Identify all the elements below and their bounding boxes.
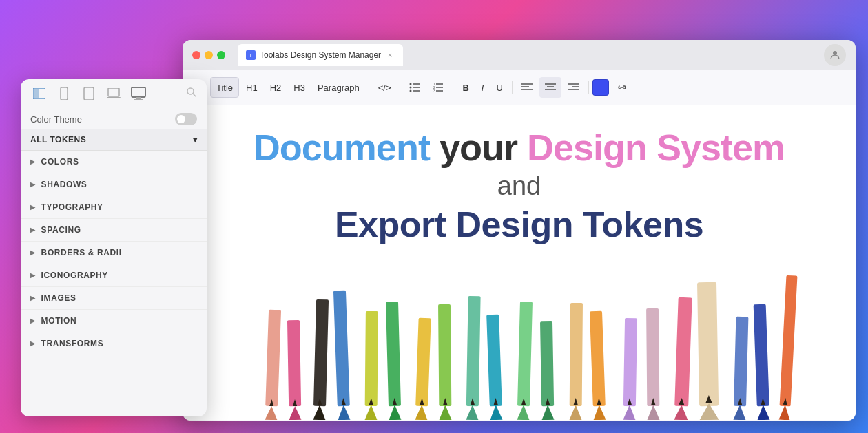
color-theme-toggle[interactable] [175, 113, 197, 125]
toolbar-link-btn[interactable] [610, 77, 634, 98]
laptop-icon-btn[interactable] [105, 86, 123, 101]
toolbar-underline-btn[interactable]: U [490, 77, 508, 98]
sidebar-item-spacing[interactable]: ▶ SPACING [21, 219, 207, 242]
svg-rect-59 [466, 296, 481, 406]
word-design: Design [527, 127, 647, 168]
traffic-light-yellow[interactable] [205, 51, 213, 59]
svg-marker-69 [541, 405, 554, 420]
sidebar-item-images[interactable]: ▶ IMAGES [21, 287, 207, 310]
toolbar-h3-btn[interactable]: H3 [288, 77, 311, 98]
sidebar-item-label-iconography: ICONOGRAPHY [41, 271, 108, 280]
toolbar-bold-btn[interactable]: B [457, 77, 474, 98]
pencils-svg [183, 268, 856, 420]
traffic-light-green[interactable] [217, 51, 225, 59]
triangle-icon-borders: ▶ [30, 249, 36, 256]
search-icon [186, 87, 197, 101]
svg-rect-4 [108, 88, 119, 96]
svg-rect-41 [313, 299, 329, 406]
svg-rect-50 [386, 302, 401, 406]
svg-marker-57 [439, 405, 451, 420]
sidebar-toolbar [21, 79, 207, 107]
editor-area: Document your Design System and Export D… [183, 105, 856, 420]
svg-point-18 [410, 87, 412, 89]
svg-marker-84 [674, 405, 689, 420]
sidebar-item-label-images: IMAGES [41, 293, 76, 303]
toolbar-title-btn[interactable]: Title [210, 77, 239, 98]
svg-rect-65 [517, 302, 533, 406]
svg-marker-96 [779, 405, 791, 420]
svg-marker-45 [338, 405, 351, 420]
svg-marker-48 [365, 405, 378, 420]
pencils-illustration [183, 268, 856, 420]
word-your: your [440, 127, 517, 168]
toolbar-align-left-btn[interactable] [516, 77, 538, 98]
svg-marker-75 [593, 405, 606, 420]
traffic-light-red[interactable] [192, 51, 200, 59]
svg-marker-66 [517, 405, 530, 420]
sidebar-item-shadows[interactable]: ▶ SHADOWS [21, 173, 207, 196]
svg-point-13 [833, 51, 837, 55]
toolbar-bullet-btn[interactable] [404, 77, 426, 98]
svg-rect-71 [570, 303, 583, 406]
browser-tab-active[interactable]: T Toolabs Design System Manager × [238, 44, 403, 66]
toolbar-align-center-btn[interactable] [539, 77, 561, 98]
desktop-icon-btn[interactable] [130, 86, 147, 101]
browser-titlebar: T Toolabs Design System Manager × [183, 40, 856, 70]
svg-rect-8 [134, 99, 143, 100]
svg-line-10 [193, 94, 196, 96]
svg-rect-6 [132, 87, 145, 97]
sidebar-item-typography[interactable]: ▶ TYPOGRAPHY [21, 196, 207, 219]
sidebar-item-label-typography: TYPOGRAPHY [41, 202, 103, 212]
sidebar-item-iconography[interactable]: ▶ ICONOGRAPHY [21, 264, 207, 287]
toolbar-h2-btn[interactable]: H2 [265, 77, 287, 98]
sidebar-item-label-colors: COLORS [41, 157, 79, 167]
triangle-icon-transforms: ▶ [30, 340, 36, 347]
svg-marker-54 [415, 405, 428, 420]
toolbar-separator-1 [369, 81, 369, 94]
svg-point-19 [410, 90, 412, 92]
toolbar-paragraph-btn[interactable]: Paragraph [312, 77, 365, 98]
editor-toolbar: ☰ Title H1 H2 H3 Paragraph </> 123 B I U [183, 70, 856, 105]
color-swatch-btn[interactable] [592, 79, 609, 96]
sidebar-item-label-shadows: SHADOWS [41, 180, 87, 189]
svg-rect-5 [107, 97, 121, 98]
svg-marker-90 [734, 405, 747, 420]
svg-rect-3 [84, 87, 94, 100]
tablet-icon-btn[interactable] [80, 86, 98, 101]
svg-rect-89 [734, 317, 748, 406]
toolbar-align-right-btn[interactable] [563, 77, 585, 98]
layout-icon-btn[interactable] [30, 86, 48, 101]
sidebar-item-motion[interactable]: ▶ MOTION [21, 310, 207, 332]
svg-rect-62 [486, 315, 502, 407]
toolbar-code-btn[interactable]: </> [373, 77, 397, 98]
browser-content: ☰ Title H1 H2 H3 Paragraph </> 123 B I U [183, 70, 856, 421]
svg-marker-78 [623, 405, 636, 420]
svg-rect-38 [287, 320, 301, 406]
svg-rect-80 [646, 308, 659, 406]
toolbar-separator-3 [453, 81, 453, 94]
triangle-icon-images: ▶ [30, 295, 36, 302]
toolbar-ordered-btn[interactable]: 123 [427, 77, 449, 98]
sidebar-device-icons [30, 86, 147, 101]
svg-rect-47 [365, 311, 378, 406]
sidebar-item-label-transforms: TRANSFORMS [41, 339, 104, 348]
sidebar-item-transforms[interactable]: ▶ TRANSFORMS [21, 332, 207, 355]
tab-close-btn[interactable]: × [385, 50, 395, 60]
toolbar-separator-4 [512, 81, 513, 94]
phone-icon-btn[interactable] [55, 86, 73, 101]
toolbar-italic-btn[interactable]: I [476, 77, 490, 98]
svg-marker-51 [389, 405, 402, 420]
all-tokens-section[interactable]: ALL TOKENS ▾ [21, 129, 207, 151]
svg-marker-39 [289, 406, 301, 420]
profile-button[interactable] [824, 44, 846, 66]
svg-rect-2 [61, 87, 68, 100]
sidebar-item-borders[interactable]: ▶ BORDERS & RADII [21, 242, 207, 264]
sidebar-item-colors[interactable]: ▶ COLORS [21, 151, 207, 173]
headline-block: Document your Design System and Export D… [183, 105, 856, 259]
sidebar-item-label-borders: BORDERS & RADII [41, 248, 122, 257]
all-tokens-chevron: ▾ [193, 135, 198, 145]
svg-marker-36 [265, 406, 278, 420]
svg-rect-95 [780, 275, 798, 407]
traffic-lights [192, 51, 225, 59]
toolbar-h1-btn[interactable]: H1 [240, 77, 263, 98]
